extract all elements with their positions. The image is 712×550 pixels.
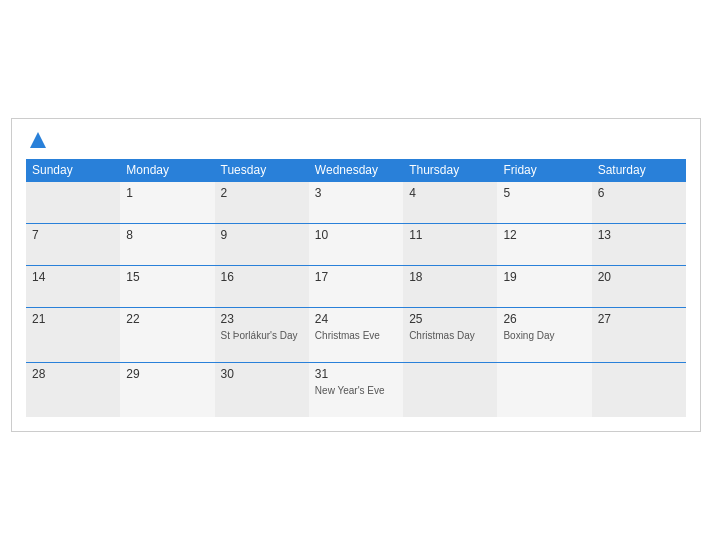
calendar-cell: 24Christmas Eve: [309, 308, 403, 363]
day-number: 10: [315, 228, 397, 242]
calendar-cell: 14: [26, 266, 120, 308]
week-row-4: 212223St Þorlákur's Day24Christmas Eve25…: [26, 308, 686, 363]
day-number: 24: [315, 312, 397, 326]
calendar-cell: 9: [215, 224, 309, 266]
event-label: Christmas Eve: [315, 329, 397, 342]
calendar-cell: 25Christmas Day: [403, 308, 497, 363]
calendar-cell: 21: [26, 308, 120, 363]
day-number: 25: [409, 312, 491, 326]
day-number: 30: [221, 367, 303, 381]
day-number: 14: [32, 270, 114, 284]
calendar-cell: [26, 182, 120, 224]
calendar-cell: [403, 363, 497, 418]
day-number: 23: [221, 312, 303, 326]
calendar-cell: [497, 363, 591, 418]
day-number: 13: [598, 228, 680, 242]
logo: [26, 129, 49, 151]
day-number: 15: [126, 270, 208, 284]
calendar-cell: 26Boxing Day: [497, 308, 591, 363]
calendar-cell: 10: [309, 224, 403, 266]
calendar-cell: [592, 363, 686, 418]
day-number: 18: [409, 270, 491, 284]
day-number: 16: [221, 270, 303, 284]
event-label: St Þorlákur's Day: [221, 329, 303, 342]
week-row-1: 123456: [26, 182, 686, 224]
weekday-header-row: SundayMondayTuesdayWednesdayThursdayFrid…: [26, 159, 686, 182]
calendar-cell: 13: [592, 224, 686, 266]
day-number: 26: [503, 312, 585, 326]
day-number: 6: [598, 186, 680, 200]
event-label: Christmas Day: [409, 329, 491, 342]
calendar-cell: 30: [215, 363, 309, 418]
day-number: 17: [315, 270, 397, 284]
day-number: 9: [221, 228, 303, 242]
day-number: 12: [503, 228, 585, 242]
weekday-header-sunday: Sunday: [26, 159, 120, 182]
calendar-cell: 2: [215, 182, 309, 224]
event-label: New Year's Eve: [315, 384, 397, 397]
day-number: 27: [598, 312, 680, 326]
weekday-header-tuesday: Tuesday: [215, 159, 309, 182]
day-number: 29: [126, 367, 208, 381]
calendar-cell: 5: [497, 182, 591, 224]
day-number: 5: [503, 186, 585, 200]
calendar-cell: 27: [592, 308, 686, 363]
calendar-cell: 22: [120, 308, 214, 363]
day-number: 3: [315, 186, 397, 200]
day-number: 11: [409, 228, 491, 242]
calendar-cell: 16: [215, 266, 309, 308]
calendar-cell: 29: [120, 363, 214, 418]
calendar-cell: 28: [26, 363, 120, 418]
day-number: 21: [32, 312, 114, 326]
calendar-cell: 31New Year's Eve: [309, 363, 403, 418]
day-number: 7: [32, 228, 114, 242]
calendar-cell: 3: [309, 182, 403, 224]
weekday-header-saturday: Saturday: [592, 159, 686, 182]
day-number: 31: [315, 367, 397, 381]
calendar-cell: 7: [26, 224, 120, 266]
week-row-2: 78910111213: [26, 224, 686, 266]
calendar-container: SundayMondayTuesdayWednesdayThursdayFrid…: [11, 118, 701, 432]
week-row-3: 14151617181920: [26, 266, 686, 308]
event-label: Boxing Day: [503, 329, 585, 342]
calendar-cell: 20: [592, 266, 686, 308]
week-row-5: 28293031New Year's Eve: [26, 363, 686, 418]
calendar-table: SundayMondayTuesdayWednesdayThursdayFrid…: [26, 159, 686, 417]
day-number: 19: [503, 270, 585, 284]
day-number: 28: [32, 367, 114, 381]
day-number: 2: [221, 186, 303, 200]
calendar-cell: 18: [403, 266, 497, 308]
weekday-header-thursday: Thursday: [403, 159, 497, 182]
weekday-header-friday: Friday: [497, 159, 591, 182]
calendar-cell: 6: [592, 182, 686, 224]
calendar-cell: 17: [309, 266, 403, 308]
calendar-cell: 23St Þorlákur's Day: [215, 308, 309, 363]
day-number: 4: [409, 186, 491, 200]
svg-marker-0: [30, 132, 46, 148]
calendar-header: [26, 129, 686, 151]
weekday-header-wednesday: Wednesday: [309, 159, 403, 182]
calendar-cell: 11: [403, 224, 497, 266]
weekday-header-monday: Monday: [120, 159, 214, 182]
day-number: 1: [126, 186, 208, 200]
day-number: 20: [598, 270, 680, 284]
calendar-cell: 1: [120, 182, 214, 224]
day-number: 8: [126, 228, 208, 242]
calendar-cell: 12: [497, 224, 591, 266]
calendar-cell: 19: [497, 266, 591, 308]
logo-icon: [27, 129, 49, 151]
calendar-cell: 8: [120, 224, 214, 266]
day-number: 22: [126, 312, 208, 326]
calendar-cell: 15: [120, 266, 214, 308]
calendar-cell: 4: [403, 182, 497, 224]
